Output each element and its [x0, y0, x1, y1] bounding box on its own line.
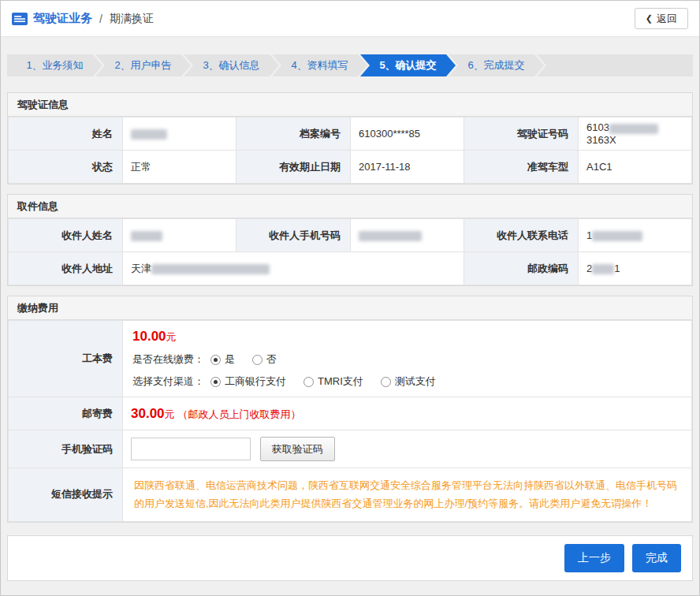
table-row: 手机验证码 获取验证码 — [9, 430, 692, 468]
recipient-name-value — [123, 219, 236, 252]
captcha-label: 手机验证码 — [9, 430, 123, 468]
table-row: 收件人姓名 收件人手机号码 收件人联系电话 1 — [9, 219, 692, 252]
radio-unchecked-icon[interactable] — [303, 377, 314, 387]
channel-test-option[interactable]: 测试支付 — [381, 374, 436, 389]
get-code-button[interactable]: 获取验证码 — [260, 437, 335, 461]
channel-icbc-option[interactable]: 工商银行支付 — [210, 374, 286, 389]
radio-checked-icon[interactable] — [210, 355, 221, 365]
channel-tmri-label: TMRI支付 — [318, 374, 363, 389]
captcha-cell: 获取验证码 — [123, 430, 692, 468]
step-2-user-declaration[interactable]: 2、用户申告 — [95, 54, 191, 76]
recipient-name-label: 收件人姓名 — [9, 219, 123, 252]
postal-suffix: 1 — [614, 263, 620, 274]
fee-number: 10.00 — [132, 329, 166, 344]
license-info-title: 驾驶证信息 — [8, 93, 692, 117]
radio-unchecked-icon[interactable] — [252, 355, 262, 365]
channel-tmri-option[interactable]: TMRI支付 — [303, 374, 363, 389]
license-no-label: 驾驶证号码 — [464, 117, 579, 151]
license-no-prefix: 6103 — [586, 121, 609, 133]
recipient-mobile-label: 收件人手机号码 — [236, 219, 351, 252]
redacted-phone — [592, 231, 642, 241]
online-pay-no-label: 否 — [266, 352, 277, 367]
expiry-label: 有效期止日期 — [236, 151, 351, 184]
page-title: 驾驶证业务 — [33, 11, 92, 26]
step-nav: 1、业务须知 2、用户申告 3、确认信息 4、资料填写 5、确认提交 6、完成提… — [7, 54, 693, 76]
postage-number: 30.00 — [131, 406, 165, 421]
previous-step-button[interactable]: 上一步 — [564, 544, 624, 572]
online-pay-yes-label: 是 — [225, 352, 235, 367]
sms-notice-cell: 因陕西省联通、电信运营商技术问题，陕西省互联网交通安全综合服务管理平台无法向持陕… — [123, 468, 692, 522]
postage-label: 邮寄费 — [9, 397, 123, 430]
redacted-license-no — [609, 124, 658, 134]
fee-cell: 10.00元 是否在线缴费： 是 否 选择支 — [123, 321, 692, 397]
recipient-address-value: 天津 — [123, 252, 464, 285]
sms-notice-text: 因陕西省联通、电信运营商技术问题，陕西省互联网交通安全综合服务管理平台无法向持陕… — [134, 476, 680, 513]
table-row: 姓名 档案编号 610300****85 驾驶证号码 61033163X — [9, 117, 692, 151]
online-pay-yes-option[interactable]: 是 — [210, 352, 235, 367]
license-business-icon — [12, 13, 28, 25]
expiry-value: 2017-11-18 — [351, 151, 464, 184]
status-value: 正常 — [123, 151, 236, 184]
pickup-info-section: 取件信息 收件人姓名 收件人手机号码 收件人联系电话 1 收件人地址 天津 邮政… — [7, 194, 693, 286]
status-label: 状态 — [9, 151, 123, 184]
title-separator: / — [99, 13, 102, 25]
table-row: 状态 正常 有效期止日期 2017-11-18 准驾车型 A1C1 — [9, 151, 692, 184]
header: 驾驶证业务 / 期满换证 ❮ 返回 — [1, 1, 699, 37]
sms-notice-label: 短信接收提示 — [9, 468, 123, 522]
step-5-confirm-submit-active[interactable]: 5、确认提交 — [360, 54, 456, 76]
file-no-label: 档案编号 — [236, 117, 351, 151]
radio-checked-icon[interactable] — [210, 377, 221, 387]
address-prefix: 天津 — [131, 263, 151, 274]
payment-title: 缴纳费用 — [8, 296, 692, 320]
finish-button[interactable]: 完成 — [632, 544, 681, 572]
recipient-phone-label: 收件人联系电话 — [464, 219, 579, 252]
recipient-address-label: 收件人地址 — [9, 252, 123, 285]
postage-value: 30.00元（邮政人员上门收取费用） — [123, 397, 692, 430]
redacted-recipient-name — [131, 231, 162, 241]
fee-label: 工本费 — [9, 321, 123, 397]
online-pay-no-option[interactable]: 否 — [252, 352, 277, 367]
table-row: 工本费 10.00元 是否在线缴费： 是 否 — [9, 321, 692, 397]
step-nav-filler — [537, 54, 693, 76]
fee-unit: 元 — [166, 331, 177, 343]
fee-amount: 10.00元 — [132, 329, 682, 345]
back-button[interactable]: ❮ 返回 — [635, 8, 688, 29]
postage-note: （邮政人员上门收取费用） — [178, 408, 301, 420]
sms-code-input[interactable] — [131, 438, 251, 460]
step-4-fill-data[interactable]: 4、资料填写 — [272, 54, 367, 76]
license-no-suffix: 3163X — [586, 134, 616, 146]
redacted-address — [151, 264, 270, 274]
postage-unit: 元 — [165, 408, 175, 420]
online-pay-label: 是否在线缴费： — [132, 352, 204, 367]
back-label: 返回 — [657, 12, 677, 26]
breadcrumb: 驾驶证业务 / 期满换证 — [12, 11, 154, 26]
footer-bar: 上一步 完成 — [7, 535, 693, 581]
redacted-postal — [592, 264, 614, 274]
step-6-finish-submit[interactable]: 6、完成提交 — [449, 54, 544, 76]
redacted-mobile — [359, 231, 422, 241]
name-label: 姓名 — [9, 117, 123, 151]
table-row: 邮寄费 30.00元（邮政人员上门收取费用） — [9, 397, 692, 430]
page-subtitle: 期满换证 — [110, 12, 154, 26]
vehicle-class-label: 准驾车型 — [464, 151, 579, 184]
pickup-info-table: 收件人姓名 收件人手机号码 收件人联系电话 1 收件人地址 天津 邮政编码 21 — [8, 218, 692, 285]
online-pay-row: 是否在线缴费： 是 否 — [132, 352, 682, 367]
table-row: 收件人地址 天津 邮政编码 21 — [9, 252, 692, 285]
redacted-name — [131, 129, 167, 140]
pay-channel-label: 选择支付渠道： — [132, 374, 204, 389]
payment-section: 缴纳费用 工本费 10.00元 是否在线缴费： 是 — [7, 296, 693, 523]
back-chevron-icon: ❮ — [646, 14, 653, 23]
step-1-business-notice[interactable]: 1、业务须知 — [7, 54, 102, 76]
postal-prefix: 2 — [586, 263, 592, 274]
table-row: 短信接收提示 因陕西省联通、电信运营商技术问题，陕西省互联网交通安全综合服务管理… — [9, 468, 692, 522]
license-no-value: 61033163X — [579, 117, 692, 151]
postal-code-value: 21 — [579, 252, 692, 285]
recipient-mobile-value — [351, 219, 464, 252]
name-value — [123, 117, 236, 151]
radio-unchecked-icon[interactable] — [381, 377, 391, 387]
phone-prefix: 1 — [586, 229, 592, 241]
license-info-section: 驾驶证信息 姓名 档案编号 610300****85 驾驶证号码 6103316… — [7, 92, 693, 184]
step-3-confirm-info[interactable]: 3、确认信息 — [184, 54, 279, 76]
vehicle-class-value: A1C1 — [579, 151, 692, 184]
file-no-value: 610300****85 — [351, 117, 464, 151]
